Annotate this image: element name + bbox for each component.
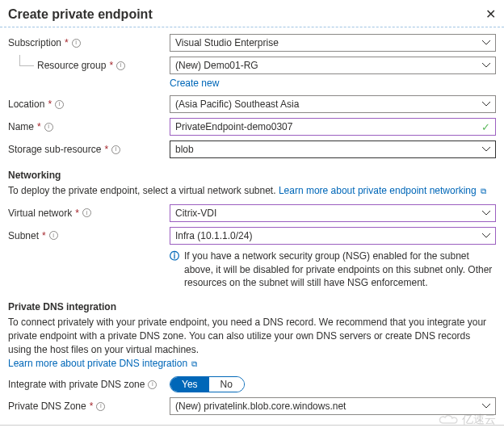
section-dns: Private DNS integration (8, 301, 496, 312)
required-icon: * (104, 144, 108, 155)
learn-dns-link[interactable]: Learn more about private DNS integration… (8, 358, 197, 369)
info-icon[interactable]: i (96, 402, 105, 411)
info-icon[interactable]: i (72, 39, 81, 48)
info-icon[interactable]: i (148, 380, 157, 389)
required-icon: * (90, 401, 94, 412)
vnet-select[interactable]: Citrix-VDI (170, 204, 496, 222)
label-storage-sub: Storage sub-resource (8, 144, 101, 155)
subscription-value: Visual Studio Enterprise (175, 37, 279, 48)
external-link-icon: ⧉ (191, 359, 197, 368)
nsg-note: ⓘ If you have a network security group (… (170, 250, 496, 290)
field-subscription: Subscription * i Visual Studio Enterpris… (8, 34, 496, 52)
subnet-value: Infra (10.1.1.0/24) (175, 230, 252, 241)
required-icon: * (75, 208, 79, 219)
divider (0, 27, 504, 27)
required-icon: * (37, 121, 41, 132)
chevron-down-icon (482, 102, 490, 107)
networking-desc-text: To deploy the private endpoint, select a… (8, 185, 279, 196)
label-integrate-dns: Integrate with private DNS zone (8, 379, 145, 390)
required-icon: * (65, 37, 69, 48)
label-private-dns-zone: Private DNS Zone (8, 401, 86, 412)
cloud-icon (438, 413, 459, 426)
watermark-text: 亿速云 (462, 413, 496, 427)
info-icon[interactable]: i (116, 61, 125, 70)
close-icon[interactable]: ✕ (485, 6, 496, 22)
chevron-down-icon (482, 63, 490, 68)
toggle-yes[interactable]: Yes (170, 377, 209, 392)
section-networking: Networking (8, 170, 496, 181)
label-name: Name (8, 121, 34, 132)
learn-networking-link[interactable]: Learn more about private endpoint networ… (279, 185, 486, 196)
field-private-dns-zone: Private DNS Zone * i (New) privatelink.b… (8, 397, 496, 415)
info-blue-icon: ⓘ (170, 250, 179, 290)
label-location: Location (8, 99, 44, 110)
resource-group-value: (New) Demo01-RG (175, 60, 258, 71)
resource-group-select[interactable]: (New) Demo01-RG (170, 57, 496, 74)
info-icon[interactable]: i (82, 208, 91, 217)
info-icon[interactable]: i (55, 100, 64, 109)
external-link-icon: ⧉ (481, 187, 486, 195)
field-resource-group: Resource group * i (New) Demo01-RG (8, 57, 496, 74)
required-icon: * (42, 230, 46, 241)
toggle-no[interactable]: No (209, 377, 244, 392)
dns-desc: To connect privately with your private e… (8, 316, 496, 370)
learn-networking-text: Learn more about private endpoint networ… (279, 185, 477, 196)
label-resource-group: Resource group (37, 60, 106, 71)
create-new-link[interactable]: Create new (170, 78, 219, 89)
chevron-down-icon (482, 40, 490, 45)
private-dns-zone-value: (New) privatelink.blob.core.windows.net (175, 401, 346, 412)
field-integrate-dns: Integrate with private DNS zone i Yes No (8, 376, 496, 392)
info-icon[interactable]: i (49, 231, 58, 240)
field-subnet: Subnet * i Infra (10.1.1.0/24) (8, 227, 496, 245)
location-select[interactable]: (Asia Pacific) Southeast Asia (170, 95, 496, 113)
field-vnet: Virtual network * i Citrix-VDI (8, 204, 496, 222)
dns-desc-text: To connect privately with your private e… (8, 317, 486, 355)
info-icon[interactable]: i (111, 145, 120, 154)
name-input[interactable]: PrivateEndpoint-demo0307 ✓ (170, 118, 496, 136)
watermark: 亿速云 (438, 413, 496, 427)
field-storage-sub: Storage sub-resource * i blob (8, 141, 496, 158)
label-subscription: Subscription (8, 37, 61, 48)
chevron-down-icon (482, 404, 490, 409)
name-value: PrivateEndpoint-demo0307 (175, 121, 292, 132)
info-icon[interactable]: i (44, 123, 53, 132)
chevron-down-icon (482, 233, 490, 238)
storage-sub-value: blob (175, 144, 194, 155)
check-icon: ✓ (481, 121, 490, 133)
required-icon: * (109, 60, 113, 71)
chevron-down-icon (482, 211, 490, 216)
storage-sub-select[interactable]: blob (170, 141, 496, 158)
label-vnet: Virtual network (8, 208, 72, 219)
integrate-dns-toggle[interactable]: Yes No (170, 376, 245, 392)
divider (0, 425, 504, 426)
learn-dns-text: Learn more about private DNS integration (8, 358, 187, 369)
vnet-value: Citrix-VDI (175, 208, 216, 219)
page-title: Create private endpoint (8, 7, 153, 22)
field-name: Name * i PrivateEndpoint-demo0307 ✓ (8, 118, 496, 136)
subnet-select[interactable]: Infra (10.1.1.0/24) (170, 227, 496, 245)
nsg-note-text: If you have a network security group (NS… (184, 250, 496, 290)
required-icon: * (48, 99, 52, 110)
location-value: (Asia Pacific) Southeast Asia (175, 99, 299, 110)
field-location: Location * i (Asia Pacific) Southeast As… (8, 95, 496, 113)
label-subnet: Subnet (8, 230, 39, 241)
networking-desc: To deploy the private endpoint, select a… (8, 184, 496, 198)
chevron-down-icon (482, 147, 490, 152)
subscription-select[interactable]: Visual Studio Enterprise (170, 34, 496, 52)
